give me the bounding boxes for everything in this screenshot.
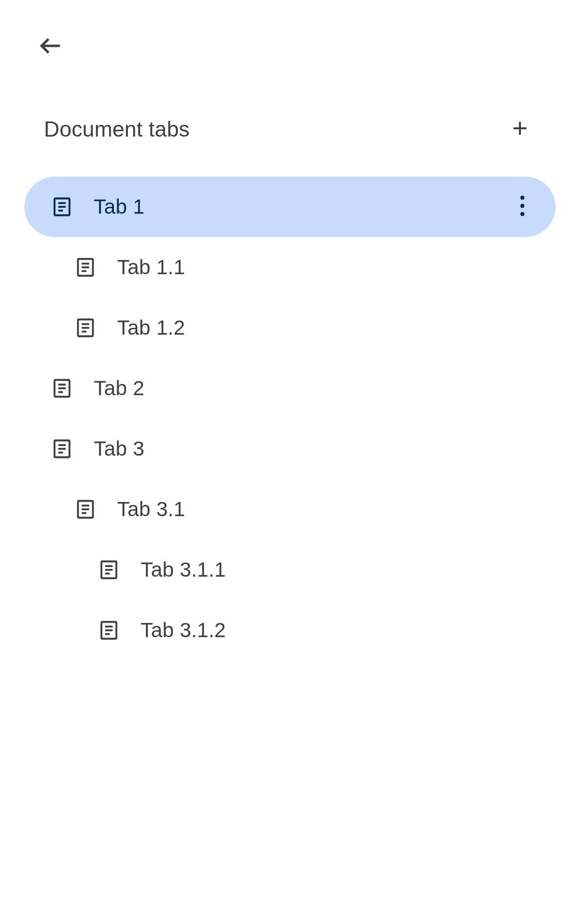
panel-header: Document tabs xyxy=(24,112,556,146)
tab-item[interactable]: Tab 3.1 xyxy=(24,479,556,540)
document-icon xyxy=(97,558,121,582)
tab-label: Tab 1 xyxy=(94,195,145,219)
tab-item[interactable]: Tab 1 xyxy=(24,177,556,237)
svg-point-6 xyxy=(520,212,524,216)
tab-item[interactable]: Tab 3.1.1 xyxy=(24,540,556,600)
document-icon xyxy=(73,497,98,522)
back-button[interactable] xyxy=(31,27,70,66)
document-icon xyxy=(73,255,98,280)
tab-label: Tab 1.2 xyxy=(117,316,185,340)
arrow-left-icon xyxy=(37,32,64,61)
more-vertical-icon xyxy=(520,196,525,218)
document-icon xyxy=(73,316,98,340)
svg-point-5 xyxy=(520,204,524,208)
svg-point-4 xyxy=(520,196,524,200)
tabs-list: Tab 1 Tab 1.1 xyxy=(24,177,556,661)
tab-label: Tab 1.1 xyxy=(117,256,185,279)
panel-title: Document tabs xyxy=(44,117,190,141)
document-icon xyxy=(50,437,74,461)
document-icon xyxy=(50,195,74,219)
tab-label: Tab 2 xyxy=(94,377,145,400)
document-icon xyxy=(97,618,121,643)
tab-label: Tab 3.1.2 xyxy=(141,619,226,642)
plus-icon xyxy=(510,119,530,140)
tab-label: Tab 3 xyxy=(94,437,145,461)
tab-item[interactable]: Tab 1.2 xyxy=(24,298,556,358)
add-tab-button[interactable] xyxy=(503,112,537,146)
tab-item[interactable]: Tab 1.1 xyxy=(24,237,556,298)
tab-label: Tab 3.1 xyxy=(117,498,185,521)
tab-more-button[interactable] xyxy=(508,192,537,221)
tab-item[interactable]: Tab 3.1.2 xyxy=(24,600,556,661)
document-icon xyxy=(50,376,74,401)
tab-label: Tab 3.1.1 xyxy=(141,558,226,582)
tab-item[interactable]: Tab 2 xyxy=(24,358,556,419)
tab-item[interactable]: Tab 3 xyxy=(24,419,556,479)
